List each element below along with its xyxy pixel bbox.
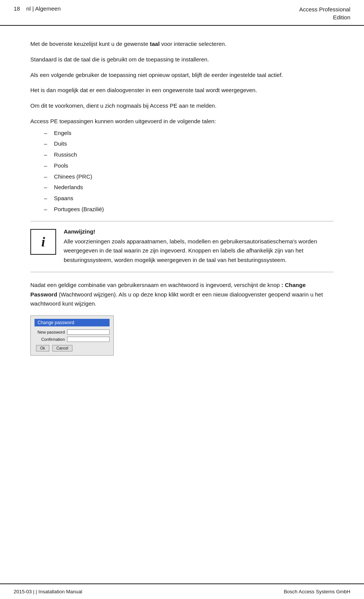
list-dash: – [44, 205, 47, 214]
list-item-text: Portugees (Brazilië) [54, 205, 104, 214]
list-dash: – [44, 150, 47, 160]
list-item-text: Nederlands [54, 183, 83, 192]
page-number-breadcrumb: 18 nl | Algemeen [14, 5, 61, 12]
list-item-text: Spaans [54, 194, 73, 203]
footer-left: 2015-03 | | Insatallation Manual [14, 589, 82, 594]
list-dash: – [44, 172, 47, 182]
breadcrumb: nl | Algemeen [26, 5, 61, 12]
page-number: 18 [14, 5, 20, 12]
para-bottom-rest: (Wachtwoord wijzigen). Als u op deze kno… [30, 291, 323, 307]
list-item-text: Engels [54, 129, 71, 138]
list-intro: Access PE toepassingen kunnen worden uit… [30, 117, 334, 126]
para1-text: Met de bovenste keuzelijst kunt u de gew… [30, 41, 150, 47]
para1-rest: voor interactie selecteren. [160, 41, 226, 47]
dialog-field-row-2: Confirmation [35, 337, 110, 342]
note-box: i Aanwijzing! Alle voorzieningen zoals a… [30, 228, 334, 265]
list-item: –Engels [44, 129, 334, 138]
list-item-text: Pools [54, 161, 68, 171]
paragraph-bottom: Nadat een geldige combinatie van gebruik… [30, 281, 334, 309]
list-item-text: Russisch [54, 150, 77, 160]
dialog-field-input-2 [67, 337, 110, 342]
dialog-field-row-1: New password [35, 329, 110, 335]
footer-right: Bosch Access Systems GmbH [284, 589, 350, 594]
title-line2: Edition [299, 13, 350, 21]
divider-top [30, 221, 334, 221]
dialog-cancel-button[interactable]: Cancel [52, 345, 72, 351]
dialog-screenshot: Change password New password Confirmatio… [30, 315, 114, 356]
note-content: Aanwijzing! Alle voorzieningen zoals app… [64, 228, 334, 265]
list-dash: – [44, 183, 47, 192]
language-list-section: Access PE toepassingen kunnen worden uit… [30, 117, 334, 214]
para1-bold: taal [150, 41, 160, 47]
list-item: –Nederlands [44, 183, 334, 192]
list-dash: – [44, 161, 47, 171]
dialog-title: Change password [35, 319, 110, 326]
list-item: –Duits [44, 139, 334, 149]
divider-bottom [30, 272, 334, 272]
note-title: Aanwijzing! [64, 228, 334, 235]
list-item: –Spaans [44, 194, 334, 203]
list-item: –Russisch [44, 150, 334, 160]
page-footer: 2015-03 | | Insatallation Manual Bosch A… [0, 583, 364, 599]
document-title: Access Professional Edition [299, 5, 350, 21]
dialog-field-input-1 [67, 329, 110, 335]
dialog-field-label-1: New password [35, 330, 65, 334]
list-dash: – [44, 139, 47, 149]
info-icon: i [41, 235, 45, 249]
dialog-field-label-2: Confirmation [35, 337, 65, 342]
list-item: –Pools [44, 161, 334, 171]
paragraph-3: Als een volgende gebruiker de toepassing… [30, 71, 334, 80]
main-content: Met de bovenste keuzelijst kunt u de gew… [0, 26, 364, 369]
paragraph-5: Om dit te voorkomen, dient u zich nogmaa… [30, 101, 334, 111]
list-dash: – [44, 129, 47, 138]
list-item-text: Duits [54, 139, 67, 149]
list-item-text: Chinees (PRC) [54, 172, 92, 182]
para-bottom-text1: Nadat een geldige combinatie van gebruik… [30, 282, 281, 288]
dialog-buttons: Ok Cancel [35, 345, 110, 351]
page-header: 18 nl | Algemeen Access Professional Edi… [0, 0, 364, 26]
paragraph-1: Met de bovenste keuzelijst kunt u de gew… [30, 39, 334, 49]
note-text: Alle voorzieningen zoals apparaatnamen, … [64, 237, 334, 265]
info-icon-box: i [30, 229, 56, 255]
list-item: –Chinees (PRC) [44, 172, 334, 182]
list-item: –Portugees (Brazilië) [44, 205, 334, 214]
title-line1: Access Professional [299, 5, 350, 13]
paragraph-2: Standaard is dat de taal die is gebruikt… [30, 55, 334, 64]
list-dash: – [44, 194, 47, 203]
language-list: –Engels–Duits–Russisch–Pools–Chinees (PR… [44, 129, 334, 214]
dialog-ok-button[interactable]: Ok [36, 345, 49, 351]
paragraph-4: Het is dan mogelijk dat er een dialoogve… [30, 86, 334, 95]
